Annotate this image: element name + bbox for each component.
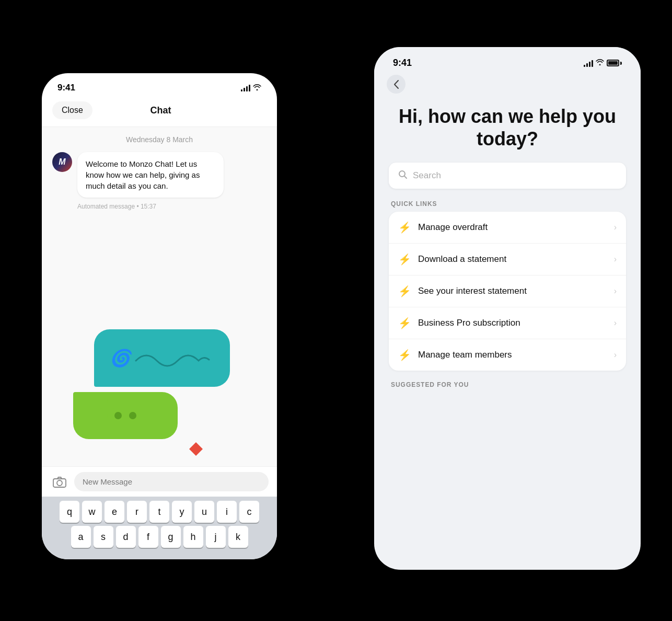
quick-link-manage-overdraft[interactable]: ⚡ Manage overdraft ›: [389, 212, 626, 244]
back-button[interactable]: [387, 75, 405, 94]
lightning-icon-1: ⚡: [398, 221, 411, 234]
keyboard: q w e r t y u i c a s d f g h j k: [42, 497, 277, 559]
lightning-icon-4: ⚡: [398, 317, 411, 329]
quick-link-download-statement[interactable]: ⚡ Download a statement ›: [389, 244, 626, 275]
quick-link-download-statement-text: Download a statement: [418, 254, 506, 264]
help-signal-bar-3: [589, 62, 590, 67]
suggested-label: SUGGESTED FOR YOU: [389, 381, 626, 393]
key-h[interactable]: h: [183, 526, 203, 548]
quick-link-business-pro-text: Business Pro subscription: [418, 318, 520, 328]
chat-bubble: Welcome to Monzo Chat! Let us know how w…: [77, 152, 224, 198]
signal-bars-icon: [241, 84, 250, 91]
svg-point-2: [57, 480, 62, 486]
chat-input-bar: [42, 466, 277, 497]
chat-body: Wednesday 8 March M Welcome to Monzo Cha…: [42, 127, 277, 509]
lightning-icon-5: ⚡: [398, 349, 411, 361]
lightning-icon-3: ⚡: [398, 285, 411, 297]
quick-link-interest-statement-left: ⚡ See your interest statement: [398, 285, 527, 297]
help-signal-bar-2: [586, 63, 588, 67]
key-u[interactable]: u: [194, 501, 214, 523]
help-signal-bar-4: [592, 60, 593, 67]
key-a[interactable]: a: [71, 526, 91, 548]
quick-link-business-pro[interactable]: ⚡ Business Pro subscription ›: [389, 307, 626, 339]
lightning-icon-2: ⚡: [398, 253, 411, 266]
squiggle-decoration: 🌀: [110, 348, 131, 368]
signal-bar-1: [241, 89, 242, 91]
green-chat-bubble: [73, 392, 178, 439]
teal-chat-bubble: 🌀: [94, 329, 230, 387]
wifi-icon: [253, 84, 261, 92]
key-w[interactable]: w: [82, 501, 102, 523]
chevron-right-icon-4: ›: [614, 318, 617, 328]
help-main-title: Hi, how can we help you today?: [389, 105, 626, 150]
quick-links-card: ⚡ Manage overdraft › ⚡ Download a statem…: [389, 212, 626, 371]
chat-input[interactable]: [74, 472, 269, 491]
key-s[interactable]: s: [94, 526, 113, 548]
squiggle-svg: [131, 345, 214, 371]
signal-bar-2: [244, 88, 245, 91]
quick-link-manage-overdraft-text: Manage overdraft: [418, 222, 488, 233]
help-signal-bar-1: [584, 65, 585, 67]
quick-link-interest-statement[interactable]: ⚡ See your interest statement ›: [389, 275, 626, 307]
chat-status-time: 9:41: [57, 83, 75, 93]
camera-icon[interactable]: [50, 473, 69, 491]
chat-date: Wednesday 8 March: [52, 135, 267, 144]
key-t[interactable]: t: [149, 501, 169, 523]
key-q[interactable]: q: [60, 501, 79, 523]
keyboard-row-1: q w e r t y u i c: [44, 501, 275, 523]
sparkle-decoration: [97, 398, 118, 421]
chevron-right-icon-5: ›: [614, 350, 617, 360]
chat-phone: 9:41 Close Chat: [42, 73, 277, 559]
key-c[interactable]: c: [239, 501, 259, 523]
chat-message-row: M Welcome to Monzo Chat! Let us know how…: [52, 152, 267, 198]
key-j[interactable]: j: [206, 526, 226, 548]
chat-status-icons: [241, 84, 261, 92]
diamond-decoration: [188, 441, 204, 459]
key-e[interactable]: e: [105, 501, 124, 523]
green-dot-2: [129, 412, 136, 419]
quick-link-business-pro-left: ⚡ Business Pro subscription: [398, 317, 520, 329]
key-i[interactable]: i: [217, 501, 237, 523]
search-icon: [398, 170, 408, 181]
key-k[interactable]: k: [228, 526, 248, 548]
chat-statusbar: 9:41: [42, 73, 277, 96]
chevron-right-icon-2: ›: [614, 255, 617, 264]
help-nav: [374, 73, 641, 100]
help-content: Hi, how can we help you today? Search QU…: [374, 100, 641, 393]
chat-close-button[interactable]: Close: [52, 101, 92, 119]
key-g[interactable]: g: [161, 526, 181, 548]
quick-link-manage-team-text: Manage team members: [418, 350, 512, 360]
help-status-time: 9:41: [393, 58, 412, 68]
chevron-right-icon-3: ›: [614, 286, 617, 296]
chevron-right-icon-1: ›: [614, 223, 617, 232]
chat-title: Chat: [150, 105, 171, 116]
battery-fill: [608, 61, 618, 65]
quick-link-manage-team-left: ⚡ Manage team members: [398, 349, 512, 361]
help-wifi-icon: [596, 59, 604, 67]
monzo-avatar: M: [52, 152, 72, 172]
chat-header: Close Chat: [42, 96, 277, 127]
help-signal-bars-icon: [584, 60, 593, 67]
scene: 9:41 Close Chat: [0, 0, 672, 621]
quick-link-interest-statement-text: See your interest statement: [418, 286, 527, 296]
key-r[interactable]: r: [127, 501, 147, 523]
quick-links-label: QUICK LINKS: [389, 200, 626, 208]
svg-marker-0: [189, 442, 203, 456]
help-battery-icon: [607, 60, 622, 66]
search-placeholder: Search: [413, 170, 441, 181]
quick-link-manage-overdraft-left: ⚡ Manage overdraft: [398, 221, 488, 234]
quick-link-manage-team[interactable]: ⚡ Manage team members ›: [389, 339, 626, 371]
signal-bar-3: [246, 86, 248, 91]
keyboard-row-2: a s d f g h j k: [44, 526, 275, 548]
help-status-icons: [584, 59, 622, 67]
help-statusbar: 9:41: [374, 47, 641, 73]
signal-bar-4: [249, 85, 250, 91]
search-bar[interactable]: Search: [389, 163, 626, 189]
battery-tip: [620, 62, 622, 65]
quick-link-download-statement-left: ⚡ Download a statement: [398, 253, 506, 266]
key-f[interactable]: f: [138, 526, 158, 548]
key-y[interactable]: y: [172, 501, 192, 523]
chat-timestamp: Automated message • 15:37: [77, 203, 267, 210]
help-phone: 9:41: [374, 47, 641, 570]
key-d[interactable]: d: [116, 526, 136, 548]
